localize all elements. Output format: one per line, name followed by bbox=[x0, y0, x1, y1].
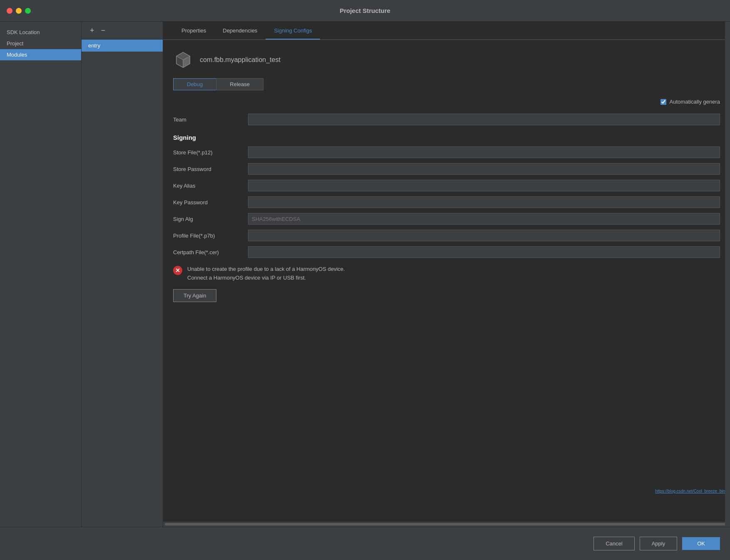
minimize-button[interactable] bbox=[16, 8, 22, 14]
auto-generate-row: Automatically genera bbox=[173, 99, 720, 105]
content-scroll[interactable]: com.fbb.myapplication_test Debug Release… bbox=[163, 40, 730, 522]
store-file-label: Store File(*.p12) bbox=[173, 149, 248, 156]
error-box: ✕ Unable to create the profile due to a … bbox=[173, 265, 720, 282]
middle-panel: + − entry bbox=[82, 22, 163, 527]
store-file-input[interactable] bbox=[248, 146, 720, 158]
cancel-button[interactable]: Cancel bbox=[593, 537, 634, 550]
close-button[interactable] bbox=[7, 8, 12, 14]
add-module-button[interactable]: + bbox=[88, 27, 96, 34]
signing-section-title: Signing bbox=[173, 134, 720, 141]
certpath-file-label: Certpath File(*.cer) bbox=[173, 249, 248, 255]
sign-alg-input[interactable] bbox=[248, 213, 720, 225]
remove-module-button[interactable]: − bbox=[99, 27, 107, 34]
module-name: com.fbb.myapplication_test bbox=[200, 56, 281, 64]
team-input[interactable] bbox=[248, 114, 720, 125]
tab-properties[interactable]: Properties bbox=[173, 22, 214, 40]
key-alias-row: Key Alias bbox=[173, 179, 720, 192]
sidebar-item-modules[interactable]: Modules bbox=[0, 49, 81, 60]
window-title: Project Structure bbox=[340, 7, 390, 14]
error-icon: ✕ bbox=[173, 266, 182, 275]
sign-alg-label: Sign Alg bbox=[173, 216, 248, 222]
module-header: com.fbb.myapplication_test bbox=[173, 50, 720, 70]
main-layout: SDK Location Project Modules + − entry P… bbox=[0, 22, 730, 527]
scrollbar-track bbox=[165, 523, 728, 525]
key-password-input[interactable] bbox=[248, 196, 720, 208]
profile-file-label: Profile File(*.p7b) bbox=[173, 233, 248, 239]
error-text: Unable to create the profile due to a la… bbox=[187, 265, 345, 282]
middle-toolbar: + − bbox=[82, 22, 163, 40]
store-file-row: Store File(*.p12) bbox=[173, 146, 720, 159]
store-password-input[interactable] bbox=[248, 163, 720, 175]
team-label: Team bbox=[173, 116, 248, 123]
tab-signing-configs[interactable]: Signing Configs bbox=[266, 22, 320, 40]
module-icon bbox=[173, 50, 193, 70]
vertical-scrollbar[interactable] bbox=[725, 22, 730, 527]
error-line2: Connect a HarmonyOS device via IP or USB… bbox=[187, 275, 306, 281]
bottom-bar: Cancel Apply OK bbox=[0, 527, 730, 560]
tabs-bar: Properties Dependencies Signing Configs bbox=[163, 22, 730, 40]
certpath-file-input[interactable] bbox=[248, 246, 720, 258]
auto-generate-label: Automatically genera bbox=[670, 99, 720, 105]
content-area: Properties Dependencies Signing Configs … bbox=[163, 22, 730, 527]
store-password-label: Store Password bbox=[173, 166, 248, 172]
maximize-button[interactable] bbox=[25, 8, 31, 14]
sidebar-item-project[interactable]: Project bbox=[0, 38, 81, 49]
profile-file-input[interactable] bbox=[248, 230, 720, 241]
team-row: Team bbox=[173, 113, 720, 126]
ok-button[interactable]: OK bbox=[682, 537, 720, 550]
tab-dependencies[interactable]: Dependencies bbox=[214, 22, 266, 40]
key-password-label: Key Password bbox=[173, 199, 248, 206]
module-item-entry[interactable]: entry bbox=[82, 40, 163, 52]
auto-generate-checkbox[interactable] bbox=[660, 99, 666, 105]
build-tab-debug[interactable]: Debug bbox=[173, 78, 216, 90]
certpath-file-row: Certpath File(*.cer) bbox=[173, 246, 720, 258]
horizontal-scrollbar[interactable] bbox=[163, 522, 730, 527]
titlebar: Project Structure bbox=[0, 0, 730, 22]
traffic-lights bbox=[7, 8, 31, 14]
apply-button[interactable]: Apply bbox=[640, 537, 678, 550]
try-again-button[interactable]: Try Again bbox=[173, 289, 216, 302]
key-alias-input[interactable] bbox=[248, 180, 720, 191]
build-tab-release[interactable]: Release bbox=[216, 78, 263, 90]
build-tabs: Debug Release bbox=[173, 78, 720, 90]
key-password-row: Key Password bbox=[173, 196, 720, 208]
profile-file-row: Profile File(*.p7b) bbox=[173, 229, 720, 242]
error-line1: Unable to create the profile due to a la… bbox=[187, 266, 345, 272]
sidebar: SDK Location Project Modules bbox=[0, 22, 82, 527]
sidebar-item-sdk-location[interactable]: SDK Location bbox=[0, 27, 81, 38]
watermark-link[interactable]: https://blog.csdn.net/Cool_breeze_bin bbox=[655, 489, 725, 493]
sign-alg-row: Sign Alg bbox=[173, 213, 720, 225]
key-alias-label: Key Alias bbox=[173, 183, 248, 189]
store-password-row: Store Password bbox=[173, 163, 720, 175]
